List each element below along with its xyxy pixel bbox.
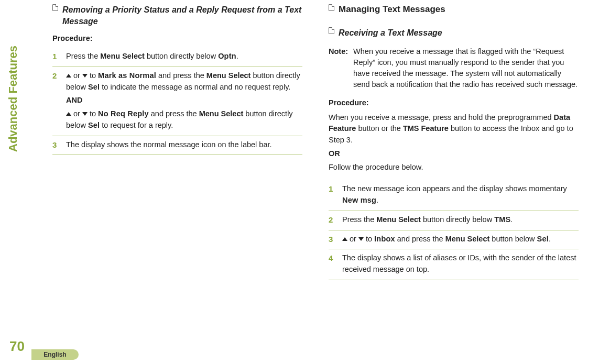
up-arrow-icon xyxy=(66,112,71,116)
right-step-3: 3 or to Inbox and press the Menu Select … xyxy=(329,230,579,250)
intro-text: Follow the procedure below. xyxy=(329,163,423,171)
step-number: 2 xyxy=(329,214,333,226)
step-text: or xyxy=(71,109,82,118)
step-text: and press the xyxy=(149,109,199,118)
display-optn: Optn xyxy=(218,52,236,60)
left-step-2: 2 or to Mark as Normal and press the Men… xyxy=(52,67,302,136)
step-text: The display shows a list of aliases or I… xyxy=(342,253,576,273)
left-column: Removing a Priority Status and a Reply R… xyxy=(52,2,302,280)
procedure-label-left: Procedure: xyxy=(52,34,302,42)
up-arrow-icon xyxy=(342,237,347,241)
document-icon xyxy=(329,4,334,11)
display-mark-as-normal: Mark as Normal xyxy=(98,71,156,80)
down-arrow-icon xyxy=(82,74,88,78)
keyword-menu-select: Menu Select xyxy=(199,109,244,118)
right-subheading-row: Receiving a Text Message xyxy=(329,25,579,46)
left-step-3: 3 The display shows the normal message i… xyxy=(52,136,302,156)
left-step-1: 1 Press the Menu Select button directly … xyxy=(52,48,302,67)
left-subheading: Removing a Priority Status and a Reply R… xyxy=(62,4,302,27)
procedure-label-right: Procedure: xyxy=(329,98,579,107)
right-main-heading: Managing Text Messages xyxy=(339,4,579,15)
step-text: Press the xyxy=(66,52,100,60)
keyword-menu-select: Menu Select xyxy=(445,235,490,243)
left-subheading-row: Removing a Priority Status and a Reply R… xyxy=(52,2,302,34)
step-text: to xyxy=(364,235,374,243)
step-text: . xyxy=(510,215,513,224)
note-label: Note: xyxy=(329,46,348,90)
right-step-2: 2 Press the Menu Select button directly … xyxy=(329,211,579,230)
step-text: to request for a reply. xyxy=(100,121,173,129)
display-sel: Sel xyxy=(88,83,100,91)
step-number: 3 xyxy=(52,139,57,151)
keyword-menu-select: Menu Select xyxy=(100,52,145,60)
step-text: The display shows the normal message ico… xyxy=(66,140,272,149)
display-sel: Sel xyxy=(88,121,100,129)
step-text: The new message icon appears and the dis… xyxy=(342,184,567,193)
right-column: Managing Text Messages Receiving a Text … xyxy=(329,2,579,280)
step-number: 1 xyxy=(52,51,57,63)
step-number: 3 xyxy=(329,234,333,246)
display-tms: TMS xyxy=(494,215,510,224)
step-text: or xyxy=(71,71,82,80)
right-step-4: 4 The display shows a list of aliases or… xyxy=(329,249,579,280)
step-text: to xyxy=(88,109,98,118)
intro-paragraph: When you receive a message, press and ho… xyxy=(329,112,579,173)
step-text: Press the xyxy=(342,215,376,224)
language-tab: English xyxy=(31,349,79,360)
page-number: 70 xyxy=(9,338,25,355)
right-main-heading-row: Managing Text Messages xyxy=(329,2,579,25)
step-text: or xyxy=(347,235,358,243)
intro-text: button or the xyxy=(356,124,402,133)
display-inbox: Inbox xyxy=(374,235,395,243)
note-text: When you receive a message that is flagg… xyxy=(353,46,579,90)
keyword-menu-select: Menu Select xyxy=(376,215,421,224)
step-text: . xyxy=(549,235,551,243)
and-separator: AND xyxy=(66,95,302,106)
step-text: button directly below xyxy=(145,52,218,60)
step-text: and press the xyxy=(395,235,445,243)
keyword-menu-select: Menu Select xyxy=(206,71,251,80)
step-text: button directly below xyxy=(421,215,494,224)
note-block: Note: When you receive a message that is… xyxy=(329,46,579,90)
up-arrow-icon xyxy=(66,74,71,78)
keyword-tms-feature: TMS Feature xyxy=(403,124,449,133)
display-sel: Sel xyxy=(537,235,549,243)
step-text: and press the xyxy=(156,71,206,80)
intro-text: When you receive a message, press and ho… xyxy=(329,113,554,122)
step-text: . xyxy=(236,52,238,60)
page-container: Advanced Features 70 English Removing a … xyxy=(0,0,610,364)
step-number: 2 xyxy=(52,70,57,82)
document-icon xyxy=(329,27,334,34)
down-arrow-icon xyxy=(358,237,364,241)
step-number: 4 xyxy=(329,252,333,264)
side-section-label: Advanced Features xyxy=(6,46,20,152)
display-no-req-reply: No Req Reply xyxy=(98,109,149,118)
step-text: to indicate the message as normal and no… xyxy=(100,83,290,91)
left-steps-list: 1 Press the Menu Select button directly … xyxy=(52,48,302,155)
step-text: to xyxy=(88,71,98,80)
down-arrow-icon xyxy=(82,112,88,116)
or-separator: OR xyxy=(329,148,579,160)
document-icon xyxy=(52,4,58,11)
right-steps-list: 1 The new message icon appears and the d… xyxy=(329,180,579,280)
right-subheading: Receiving a Text Message xyxy=(339,27,579,39)
display-new-msg: New msg xyxy=(342,196,376,204)
content-columns: Removing a Priority Status and a Reply R… xyxy=(52,0,579,280)
right-step-1: 1 The new message icon appears and the d… xyxy=(329,180,579,211)
step-text: button below xyxy=(489,235,537,243)
step-text: . xyxy=(376,196,378,204)
step-number: 1 xyxy=(329,183,333,195)
